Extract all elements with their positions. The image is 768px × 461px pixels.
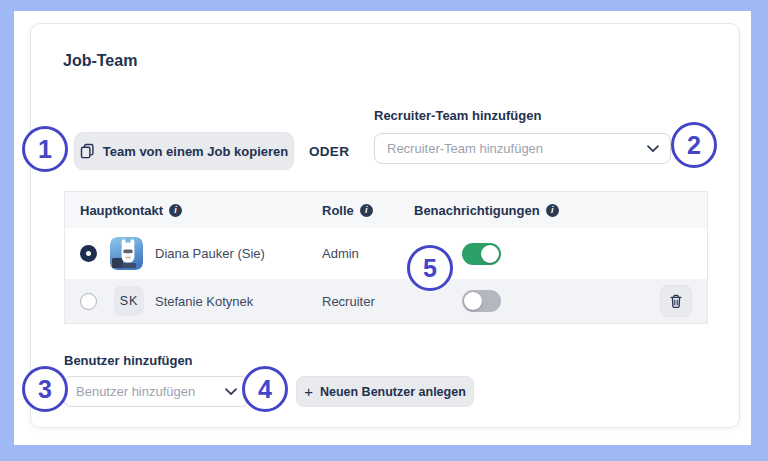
callout-3: 3: [22, 366, 68, 412]
chevron-down-icon: [647, 145, 659, 153]
chevron-down-icon: [225, 388, 237, 396]
notifications-toggle-off[interactable]: [462, 290, 501, 312]
table-row-diana: Diana Pauker (Sie) Admin: [65, 228, 707, 279]
create-user-label: Neuen Benutzer anlegen: [320, 385, 466, 399]
info-icon[interactable]: i: [169, 204, 182, 217]
recruiter-select-placeholder: Recruiter-Team hinzufügen: [387, 141, 543, 156]
job-team-card: Job-Team Team von einem Job kopieren ODE…: [30, 23, 740, 428]
or-separator-label: ODER: [309, 144, 349, 159]
notifications-toggle-on[interactable]: [462, 243, 501, 265]
member-name: Diana Pauker (Sie): [155, 246, 265, 261]
header-benachrichtigungen: Benachrichtigungen i: [414, 203, 692, 218]
info-icon[interactable]: i: [546, 204, 559, 217]
plus-icon: +: [304, 384, 313, 399]
initials-avatar: SK: [114, 286, 144, 316]
job-team-table: Hauptkontakt i Rolle i Benachrichtigunge…: [64, 191, 708, 324]
header-rolle: Rolle i: [322, 203, 414, 218]
copy-team-label: Team von einem Job kopieren: [103, 144, 288, 159]
toggle-knob: [464, 292, 482, 310]
add-user-label: Benutzer hinzufügen: [64, 353, 193, 368]
page-background: Job-Team Team von einem Job kopieren ODE…: [14, 11, 751, 445]
info-icon[interactable]: i: [360, 204, 373, 217]
main-contact-radio-unselected[interactable]: [80, 293, 97, 310]
callout-4: 4: [242, 366, 288, 412]
copy-team-button[interactable]: Team von einem Job kopieren: [74, 132, 294, 170]
trash-icon: [669, 294, 683, 309]
create-new-user-button[interactable]: + Neuen Benutzer anlegen: [296, 376, 474, 407]
copy-icon: [80, 143, 95, 159]
llama-avatar: [110, 237, 143, 270]
toggle-knob: [481, 245, 499, 263]
table-row-stefanie: SK Stefanie Kotynek Recruiter: [65, 279, 707, 323]
page-title: Job-Team: [63, 52, 137, 70]
screenshot-frame: Job-Team Team von einem Job kopieren ODE…: [0, 0, 768, 461]
recruiter-select-label: Recruiter-Team hinzufügen: [374, 108, 541, 123]
add-user-placeholder: Benutzer hinzufügen: [76, 384, 195, 399]
member-role: Admin: [322, 246, 359, 261]
member-name: Stefanie Kotynek: [155, 294, 253, 309]
member-role: Recruiter: [322, 294, 375, 309]
recruiter-team-select[interactable]: Recruiter-Team hinzufügen: [374, 133, 671, 164]
callout-5: 5: [407, 245, 453, 291]
delete-member-button[interactable]: [660, 285, 692, 317]
table-header-row: Hauptkontakt i Rolle i Benachrichtigunge…: [65, 192, 707, 228]
main-contact-radio-selected[interactable]: [80, 245, 97, 262]
callout-1: 1: [22, 126, 68, 172]
callout-2: 2: [671, 122, 717, 168]
header-hauptkontakt: Hauptkontakt i: [80, 203, 322, 218]
add-user-select[interactable]: Benutzer hinzufügen: [63, 376, 249, 407]
